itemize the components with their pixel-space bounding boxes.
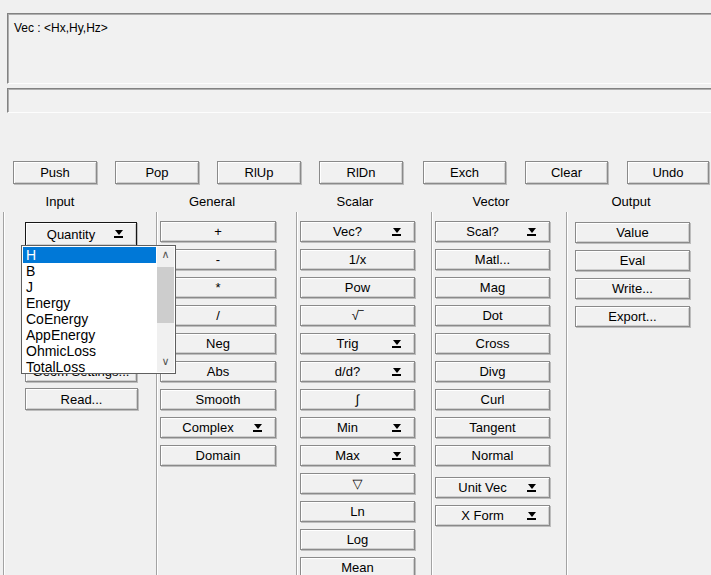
input-section-label: Input <box>46 194 75 209</box>
pop-button[interactable]: Pop <box>115 161 199 184</box>
matl-button[interactable]: Matl... <box>435 249 550 270</box>
smooth-button[interactable]: Smooth <box>160 389 276 410</box>
abs-button[interactable]: Abs <box>160 361 276 382</box>
add-button[interactable]: + <box>160 221 276 242</box>
exch-button[interactable]: Exch <box>423 161 506 184</box>
dropdown-item[interactable]: CoEnergy <box>23 311 156 327</box>
dropdown-item[interactable]: Energy <box>23 295 156 311</box>
button-label: Exch <box>450 165 479 180</box>
xform-menu-button[interactable]: X Form <box>435 505 550 526</box>
button-label: Undo <box>652 165 683 180</box>
button-label: Write... <box>612 281 653 296</box>
sqrt-button[interactable]: √‾ <box>300 305 415 326</box>
dropdown-arrow-icon <box>392 452 401 460</box>
button-label: - <box>216 252 220 267</box>
button-label: Scal? <box>466 224 519 239</box>
complex-menu-button[interactable]: Complex <box>160 417 276 438</box>
dropdown-item[interactable]: B <box>23 263 156 279</box>
divide-button[interactable]: / <box>160 305 276 326</box>
dropdown-item[interactable]: AppEnergy <box>23 327 156 343</box>
min-menu-button[interactable]: Min <box>300 417 415 438</box>
button-label: Cross <box>476 336 510 351</box>
curl-button[interactable]: Curl <box>435 389 550 410</box>
dot-button[interactable]: Dot <box>435 305 550 326</box>
neg-button[interactable]: Neg <box>160 333 276 354</box>
button-label: Mean <box>341 560 374 575</box>
button-label: Dot <box>482 308 502 323</box>
read-button[interactable]: Read... <box>25 388 138 410</box>
rlup-button[interactable]: RlUp <box>217 161 301 184</box>
integral-button[interactable]: ∫ <box>300 389 415 410</box>
nabla-icon: ▽ <box>353 476 363 491</box>
general-section-label: General <box>189 194 235 209</box>
button-label: Pop <box>145 165 168 180</box>
log-button[interactable]: Log <box>300 529 415 550</box>
stack-entry: Vec : <Hx,Hy,Hz> <box>14 21 108 35</box>
dropdown-arrow-icon <box>392 424 401 432</box>
dropdown-item[interactable]: TotalLoss <box>23 359 156 372</box>
divg-button[interactable]: Divg <box>435 361 550 382</box>
button-label: Mag <box>480 280 505 295</box>
undo-button[interactable]: Undo <box>627 161 709 184</box>
eval-button[interactable]: Eval <box>575 250 690 271</box>
button-label: Clear <box>551 165 582 180</box>
nabla-button[interactable]: ▽ <box>300 473 415 494</box>
multiply-button[interactable]: * <box>160 277 276 298</box>
button-label: RlUp <box>245 165 274 180</box>
vec-to-scalar-menu-button[interactable]: Vec? <box>300 221 415 242</box>
value-button[interactable]: Value <box>575 222 690 243</box>
dropdown-item[interactable]: H <box>23 247 156 263</box>
scrollbar-thumb[interactable] <box>157 267 174 323</box>
button-label: Value <box>616 225 648 240</box>
button-label: Complex <box>182 420 253 435</box>
mag-button[interactable]: Mag <box>435 277 550 298</box>
trig-menu-button[interactable]: Trig <box>300 333 415 354</box>
mean-button[interactable]: Mean <box>300 557 415 575</box>
reciprocal-button[interactable]: 1/x <box>300 249 415 270</box>
unit-vec-menu-button[interactable]: Unit Vec <box>435 477 550 498</box>
normal-button[interactable]: Normal <box>435 445 550 466</box>
clear-button[interactable]: Clear <box>525 161 608 184</box>
derivative-menu-button[interactable]: d/d? <box>300 361 415 382</box>
quantity-dropdown-list: H B J Energy CoEnergy AppEnergy OhmicLos… <box>21 245 176 374</box>
button-label: Matl... <box>475 252 510 267</box>
scroll-up-icon[interactable]: ∧ <box>157 247 174 263</box>
domain-button[interactable]: Domain <box>160 445 276 466</box>
scal-to-vector-menu-button[interactable]: Scal? <box>435 221 550 242</box>
column-separator <box>3 212 4 575</box>
cross-button[interactable]: Cross <box>435 333 550 354</box>
dropdown-scrollbar[interactable]: ∧ ∨ <box>157 247 174 372</box>
dropdown-item[interactable]: OhmicLoss <box>23 343 156 359</box>
write-button[interactable]: Write... <box>575 278 690 299</box>
calculator-stack-display[interactable]: Vec : <Hx,Hy,Hz> <box>7 13 711 84</box>
push-button[interactable]: Push <box>13 161 97 184</box>
button-label: Log <box>347 532 369 547</box>
dropdown-arrow-icon <box>253 424 262 432</box>
column-separator <box>296 212 297 575</box>
dropdown-item[interactable]: J <box>23 279 156 295</box>
quantity-menu-button[interactable]: Quantity <box>25 222 137 246</box>
button-label: Normal <box>472 448 514 463</box>
scroll-down-icon[interactable]: ∨ <box>157 354 174 370</box>
button-label: Push <box>40 165 70 180</box>
subtract-button[interactable]: - <box>160 249 276 270</box>
button-label: Smooth <box>196 392 241 407</box>
integral-icon: ∫ <box>356 392 360 407</box>
button-label: Pow <box>345 280 370 295</box>
button-label: Min <box>337 420 378 435</box>
button-label: RlDn <box>347 165 376 180</box>
ln-button[interactable]: Ln <box>300 501 415 522</box>
dropdown-arrow-icon <box>392 368 401 376</box>
export-button[interactable]: Export... <box>575 306 690 327</box>
rldn-button[interactable]: RlDn <box>319 161 403 184</box>
button-label: Abs <box>207 364 229 379</box>
tangent-button[interactable]: Tangent <box>435 417 550 438</box>
button-label: Unit Vec <box>458 480 526 495</box>
button-label: Tangent <box>469 420 515 435</box>
button-label: / <box>216 308 220 323</box>
pow-button[interactable]: Pow <box>300 277 415 298</box>
sqrt-icon: √‾ <box>352 308 363 323</box>
button-label: Quantity <box>47 227 115 242</box>
max-menu-button[interactable]: Max <box>300 445 415 466</box>
button-label: Eval <box>620 253 645 268</box>
